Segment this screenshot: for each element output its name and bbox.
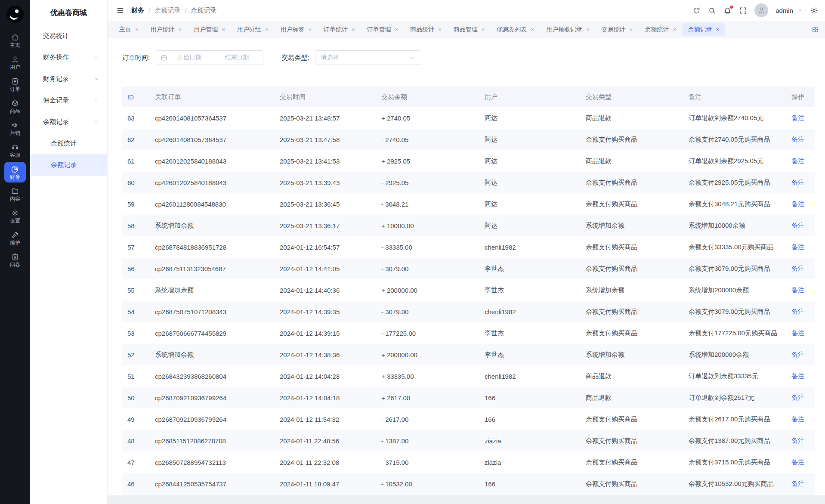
cell-type: 商品退款 — [581, 387, 683, 408]
rail-item-label: 设置 — [10, 218, 20, 223]
rail-item-orders[interactable]: 订单 — [4, 74, 26, 95]
remark-action-link[interactable]: 备注 — [791, 222, 804, 229]
remark-action-link[interactable]: 备注 — [791, 394, 804, 401]
tab-close-icon[interactable]: × — [630, 27, 633, 32]
menu-item-balance-stats[interactable]: 余额统计 — [30, 133, 107, 154]
date-end-input[interactable]: 结束日期 — [215, 54, 259, 62]
settings-button[interactable] — [810, 6, 818, 15]
rail-item-content[interactable]: 内容 — [4, 184, 26, 204]
cell-type: 系统增加余额 — [581, 215, 683, 236]
tab-close-icon[interactable]: × — [352, 27, 355, 32]
search-button[interactable] — [708, 6, 716, 15]
remark-action-link[interactable]: 备注 — [791, 265, 804, 272]
tab-close-icon[interactable]: × — [308, 27, 312, 32]
remark-action-link[interactable]: 备注 — [791, 329, 804, 337]
rail-item-finance[interactable]: 财务 — [4, 162, 26, 182]
tab-label: 交易统计 — [602, 26, 626, 34]
tab-close-icon[interactable]: × — [482, 27, 485, 32]
menu-item-finance-records[interactable]: 财务记录 — [30, 68, 107, 90]
remark-action-link[interactable]: 备注 — [791, 200, 804, 207]
username[interactable]: admin — [776, 7, 793, 14]
tab-coupon-list[interactable]: 优惠券列表× — [491, 23, 540, 36]
rail-item-survey[interactable]: 问卷 — [4, 250, 26, 270]
menu-item-commission-records[interactable]: 佣金记录 — [30, 90, 107, 111]
breadcrumb-item[interactable]: 财务 — [131, 6, 144, 15]
tab-user-groups[interactable]: 用户分组× — [232, 23, 274, 36]
rail-item-marketing[interactable]: 营销 — [4, 118, 26, 139]
tab-product-management[interactable]: 商品管理× — [448, 23, 491, 36]
date-start-input[interactable]: 开始日期 — [167, 54, 211, 62]
cell-remark: 余额支付10532.00元购买商品 — [683, 473, 786, 495]
tab-close-icon[interactable]: × — [265, 27, 269, 32]
cell-amount: - 33335.00 — [376, 236, 479, 258]
tab-grid-button[interactable] — [812, 26, 819, 33]
rail-item-products[interactable]: 商品 — [4, 96, 26, 117]
remark-action-link[interactable]: 备注 — [791, 308, 804, 315]
tab-label: 余额统计 — [645, 26, 669, 34]
tab-close-icon[interactable]: × — [222, 27, 225, 32]
rail-item-maintenance[interactable]: 维护 — [4, 228, 26, 248]
tab-close-icon[interactable]: × — [135, 27, 139, 32]
remark-action-link[interactable]: 备注 — [791, 114, 804, 121]
cell-id: 59 — [122, 193, 150, 215]
rail-item-label: 客服 — [10, 152, 20, 158]
icon-sidebar-items: 主页用户订单商品营销客服财务内容设置维护问卷 — [4, 30, 26, 272]
notifications-button[interactable] — [723, 6, 732, 15]
tab-balance-records[interactable]: 余额记录× — [683, 23, 725, 36]
sidebar-toggle-button[interactable] — [116, 6, 124, 15]
cell-id: 50 — [122, 387, 150, 408]
tab-close-icon[interactable]: × — [438, 27, 442, 32]
tab-close-icon[interactable]: × — [395, 27, 399, 32]
remark-action-link[interactable]: 备注 — [791, 179, 804, 186]
tab-trade-stats[interactable]: 交易统计× — [596, 23, 639, 36]
tab-close-icon[interactable]: × — [531, 27, 534, 32]
fullscreen-button[interactable] — [739, 6, 747, 15]
date-range-picker[interactable]: 开始日期 - 结束日期 — [156, 50, 263, 65]
tab-close-icon[interactable]: × — [179, 27, 182, 32]
refresh-button[interactable] — [692, 6, 701, 15]
chevron-down-icon — [93, 76, 99, 82]
app-logo[interactable] — [6, 5, 24, 23]
tab-balance-stats[interactable]: 余额统计× — [639, 23, 682, 36]
remark-action-link[interactable]: 备注 — [791, 136, 804, 143]
cell-amount: + 33335.00 — [376, 365, 479, 387]
tab-user-management[interactable]: 用户管理× — [188, 23, 231, 36]
tab-close-icon[interactable]: × — [716, 27, 720, 32]
remark-action-link[interactable]: 备注 — [791, 351, 804, 358]
remark-action-link[interactable]: 备注 — [791, 243, 804, 250]
tab-home[interactable]: 主页× — [114, 23, 144, 36]
rail-item-home[interactable]: 主页 — [4, 30, 26, 51]
trade-type-placeholder: 请选择 — [321, 54, 339, 62]
cell-action: 备注 — [786, 430, 815, 451]
cell-type: 余额支付购买商品 — [581, 172, 683, 193]
tab-user-stats[interactable]: 用户统计× — [145, 23, 188, 36]
rail-item-users[interactable]: 用户 — [4, 52, 26, 73]
rail-item-settings[interactable]: 设置 — [4, 206, 26, 226]
cell-type: 商品退款 — [581, 365, 683, 387]
tab-product-stats[interactable]: 商品统计× — [405, 23, 447, 36]
menu-item-finance-operations[interactable]: 财务操作 — [30, 46, 107, 68]
tab-order-stats[interactable]: 订单统计× — [318, 23, 361, 36]
tab-user-claim-records[interactable]: 用户领取记录× — [541, 23, 595, 36]
remark-action-link[interactable]: 备注 — [791, 437, 804, 444]
remark-action-link[interactable]: 备注 — [791, 458, 804, 466]
menu-item-balance-records[interactable]: 余额记录 — [30, 111, 107, 133]
rail-item-support[interactable]: 客服 — [4, 140, 26, 161]
tab-close-icon[interactable]: × — [673, 27, 676, 32]
remark-action-link[interactable]: 备注 — [791, 286, 804, 294]
remark-action-link[interactable]: 备注 — [791, 480, 804, 487]
menu-item-balance-records-list[interactable]: 余额记录 — [30, 154, 107, 176]
cell-time: 2024-01-12 14:38:36 — [275, 344, 376, 365]
trade-type-select[interactable]: 请选择 — [315, 50, 421, 65]
tab-order-management[interactable]: 订单管理× — [362, 23, 404, 36]
avatar[interactable] — [754, 3, 768, 17]
remark-action-link[interactable]: 备注 — [791, 157, 804, 164]
menu-item-trade-stats[interactable]: 交易统计 — [30, 25, 107, 46]
remark-action-link[interactable]: 备注 — [791, 372, 804, 380]
cell-user: 李世杰 — [479, 322, 581, 344]
breadcrumb-item[interactable]: 余额记录 — [154, 6, 180, 15]
chevron-down-icon[interactable] — [797, 7, 803, 13]
tab-user-tags[interactable]: 用户标签× — [275, 23, 317, 36]
tab-close-icon[interactable]: × — [586, 27, 590, 32]
remark-action-link[interactable]: 备注 — [791, 415, 804, 423]
